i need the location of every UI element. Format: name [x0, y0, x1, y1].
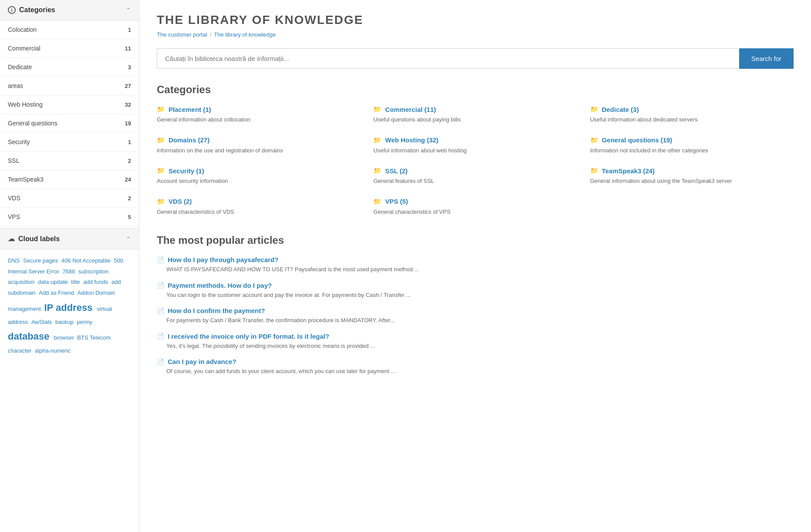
category-card-title[interactable]: 📁 SSL (2): [373, 167, 577, 175]
sidebar-item[interactable]: Colocation 1: [0, 20, 139, 39]
sidebar-item[interactable]: VPS 5: [0, 208, 139, 226]
article-title[interactable]: 📄 I received the invoice only in PDF for…: [157, 333, 794, 340]
article-item: 📄 How do I pay through paysafecard? WHAT…: [157, 256, 794, 274]
category-card-title[interactable]: 📁 Web Hosting (32): [373, 136, 577, 144]
cloud-tag[interactable]: data update: [38, 279, 69, 285]
sidebar-item[interactable]: TeamSpeak3 24: [0, 170, 139, 189]
categories-section-header: i Categories ⌃: [0, 0, 139, 20]
category-card: 📁 SSL (2) General features of SSL: [373, 167, 577, 185]
sidebar-item[interactable]: General questions 19: [0, 114, 139, 133]
folder-icon: 📁: [590, 167, 598, 175]
category-card-title[interactable]: 📁 Commercial (11): [373, 105, 577, 113]
sidebar-item-label: VPS: [8, 213, 20, 220]
cloud-tag[interactable]: BTS Telecom: [77, 334, 111, 341]
cloud-tag[interactable]: Secure pages: [23, 257, 60, 264]
category-card-title[interactable]: 📁 Placement (1): [157, 105, 360, 113]
articles-list: 📄 How do I pay through paysafecard? WHAT…: [157, 256, 794, 376]
search-input[interactable]: [157, 48, 739, 69]
cloud-tag[interactable]: IP address: [44, 302, 95, 313]
category-card-desc: General information about collocation: [157, 115, 360, 124]
sidebar-item[interactable]: VDS 2: [0, 189, 139, 208]
folder-icon: 📁: [157, 198, 165, 205]
cloud-tag[interactable]: alpha-numeric: [35, 347, 71, 354]
sidebar-item-label: Security: [8, 138, 30, 145]
article-title[interactable]: 📄 Payment methods. How do I pay?: [157, 282, 794, 289]
category-card-title[interactable]: 📁 TeamSpeak3 (24): [590, 167, 794, 175]
cloud-labels-section-header: ☁ Cloud labels ⌃: [0, 228, 139, 249]
category-card-desc: General features of SSL: [373, 177, 577, 185]
cloud-tag[interactable]: 7688: [62, 268, 77, 275]
category-card-desc: General characteristics of VPS: [373, 208, 577, 216]
cloud-tag[interactable]: database: [8, 331, 52, 342]
search-button[interactable]: Search for: [739, 48, 794, 69]
sidebar-item-count: 11: [125, 45, 131, 52]
category-card-title[interactable]: 📁 Security (1): [157, 167, 360, 175]
sidebar-item-count: 2: [128, 158, 131, 164]
folder-icon: 📁: [373, 105, 382, 113]
article-item: 📄 Payment methods. How do I pay? You can…: [157, 282, 794, 300]
sidebar-item-label: Commercial: [8, 45, 41, 52]
cloud-tag[interactable]: backup: [55, 319, 75, 325]
category-card-desc: Useful information about dedicated serve…: [590, 115, 794, 124]
cloud-tag[interactable]: Add as Friend: [39, 290, 76, 296]
categories-header-left: i Categories: [8, 6, 55, 14]
folder-icon: 📁: [590, 136, 598, 144]
chevron-up-icon[interactable]: ⌃: [126, 7, 131, 13]
category-card-desc: Useful questions about paying bills: [373, 115, 577, 124]
cloud-tag[interactable]: AwStats: [31, 319, 54, 325]
sidebar: i Categories ⌃ Colocation 1 Commercial 1…: [0, 0, 139, 532]
category-card-title[interactable]: 📁 VDS (2): [157, 198, 360, 205]
sidebar-item-count: 19: [125, 120, 131, 127]
article-title[interactable]: 📄 Can I pay in advance?: [157, 358, 794, 365]
sidebar-item[interactable]: areas 27: [0, 77, 139, 95]
category-card: 📁 VDS (2) General characteristics of VDS: [157, 198, 360, 216]
breadcrumb-portal[interactable]: The customer portal: [157, 31, 207, 38]
sidebar-item[interactable]: Web Hosting 32: [0, 95, 139, 114]
cloud-tag[interactable]: title: [71, 279, 81, 285]
cloud-tag[interactable]: Addon Domain: [78, 290, 115, 296]
page-title: THE LIBRARY OF KNOWLEDGE: [157, 13, 794, 27]
category-card-title[interactable]: 📁 VPS (5): [373, 198, 577, 205]
folder-icon: 📁: [590, 105, 598, 113]
sidebar-item[interactable]: Security 1: [0, 133, 139, 152]
sidebar-item[interactable]: Dedicate 3: [0, 58, 139, 77]
cloud-chevron-up-icon[interactable]: ⌃: [126, 236, 131, 242]
category-card: 📁 Placement (1) General information abou…: [157, 105, 360, 124]
category-card-title[interactable]: 📁 Dedicate (3): [590, 105, 794, 113]
cloud-tag[interactable]: add funds: [83, 279, 110, 285]
category-card-desc: General information about using the Team…: [590, 177, 794, 185]
category-card-desc: General characteristics of VDS: [157, 208, 360, 216]
article-desc: Yes, it's legal. The possibility of send…: [166, 342, 794, 350]
cloud-tag[interactable]: penny: [77, 319, 92, 325]
folder-icon: 📁: [373, 167, 382, 175]
breadcrumb: The customer portal / The library of kno…: [157, 31, 794, 38]
cloud-labels-container: DNS Secure pages 406 Not Acceptable 500 …: [0, 249, 139, 363]
sidebar-item-count: 1: [128, 27, 131, 33]
cloud-header-left: ☁ Cloud labels: [8, 235, 60, 243]
category-card-title[interactable]: 📁 Domains (27): [157, 136, 360, 144]
folder-icon: 📁: [157, 105, 165, 113]
breadcrumb-current[interactable]: The library of knowledge: [214, 31, 276, 38]
cloud-tag[interactable]: character: [8, 347, 33, 354]
cloud-tag[interactable]: management: [8, 306, 43, 312]
cloud-tag[interactable]: DNS: [8, 257, 21, 264]
document-icon: 📄: [157, 358, 164, 365]
sidebar-item-label: areas: [8, 82, 23, 89]
category-card: 📁 Security (1) Account security informat…: [157, 167, 360, 185]
document-icon: 📄: [157, 307, 164, 314]
sidebar-item-label: Web Hosting: [8, 101, 43, 108]
folder-icon: 📁: [373, 198, 382, 205]
article-item: 📄 I received the invoice only in PDF for…: [157, 333, 794, 350]
article-title[interactable]: 📄 How do I pay through paysafecard?: [157, 256, 794, 263]
category-card-title[interactable]: 📁 General questions (19): [590, 136, 794, 144]
article-item: 📄 How do I confirm the payment? For paym…: [157, 307, 794, 325]
cloud-tag[interactable]: 406 Not Acceptable: [61, 257, 112, 264]
category-card-desc: Information on the use and registration …: [157, 146, 360, 155]
article-desc: Of course, you can add funds to your cli…: [166, 367, 794, 376]
sidebar-item[interactable]: Commercial 11: [0, 39, 139, 58]
cloud-tag[interactable]: browser: [54, 334, 76, 341]
category-card: 📁 VPS (5) General characteristics of VPS: [373, 198, 577, 216]
category-card: 📁 Web Hosting (32) Useful information ab…: [373, 136, 577, 155]
article-title[interactable]: 📄 How do I confirm the payment?: [157, 307, 794, 314]
sidebar-item[interactable]: SSL 2: [0, 152, 139, 170]
